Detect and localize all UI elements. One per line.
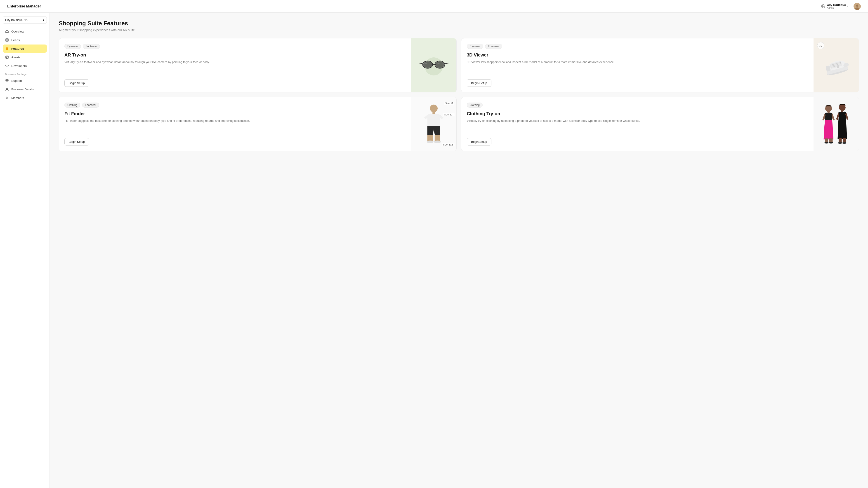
svg-rect-6 <box>6 39 7 40</box>
support-icon <box>5 78 9 83</box>
fit-finder-desc: Fit Finder suggests the best size for cl… <box>64 119 406 123</box>
svg-point-43 <box>430 105 438 112</box>
svg-rect-8 <box>6 40 7 41</box>
women-svg <box>818 101 854 147</box>
clothing-try-on-title: Clothing Try-on <box>467 111 808 116</box>
3d-viewer-title: 3D Viewer <box>467 53 808 58</box>
feature-card-fit-finder: Clothing Footwear Fit Finder Fit Finder … <box>59 97 457 151</box>
home-icon <box>5 29 9 33</box>
3d-viewer-image: 3D <box>813 38 859 92</box>
svg-rect-50 <box>828 111 830 113</box>
svg-point-55 <box>839 104 846 111</box>
svg-line-33 <box>445 63 448 64</box>
sunglasses-svg <box>418 55 450 75</box>
clothing-try-on-image <box>813 97 859 151</box>
ar-try-on-desc: Virtually try-on footwear and eyewear in… <box>64 60 406 64</box>
fit-finder-title: Fit Finder <box>64 111 406 116</box>
sidebar-item-features-label: Features <box>11 47 24 51</box>
sidebar-item-features[interactable]: Features <box>3 44 47 53</box>
sidebar-item-assets[interactable]: Assets <box>3 53 47 61</box>
page-title: Shopping Suite Features <box>59 20 859 27</box>
svg-point-23 <box>7 97 8 98</box>
svg-rect-9 <box>7 40 8 41</box>
feature-card-clothing-try-on: Clothing Clothing Try-on Virtually try-o… <box>461 97 859 151</box>
svg-rect-11 <box>6 56 8 59</box>
sidebar-item-feeds-label: Feeds <box>11 38 20 42</box>
chevron-down-icon: ▾ <box>847 5 848 8</box>
svg-rect-56 <box>841 110 843 112</box>
feeds-icon <box>5 38 9 42</box>
svg-point-54 <box>829 142 833 143</box>
3d-viewer-begin-setup-button[interactable]: Begin Setup <box>467 79 491 87</box>
sidebar-item-developers[interactable]: Developers <box>3 62 47 70</box>
main-content: Shopping Suite Features Augment your sho… <box>50 13 868 488</box>
org-selector[interactable]: City Boutique Admin ▾ <box>819 2 851 11</box>
size-label-bottom: Size: 10.5 <box>442 143 455 147</box>
clothing-try-on-tags: Clothing <box>467 103 808 107</box>
fit-finder-tag-footwear: Footwear <box>82 103 99 107</box>
sidebar: City Boutique NA ▾ Overview <box>0 13 50 488</box>
members-icon <box>5 96 9 100</box>
features-icon <box>5 46 9 51</box>
fit-finder-tag-clothing: Clothing <box>64 103 80 107</box>
svg-point-48 <box>434 140 441 143</box>
fit-finder-tags: Clothing Footwear <box>64 103 406 107</box>
fit-finder-image: Size: M Size: 32" Size: 10.5 <box>411 97 456 151</box>
sidebar-item-members[interactable]: Members <box>3 94 47 102</box>
svg-point-29 <box>435 61 444 68</box>
ar-try-on-content: Eyewear Footwear AR Try-on Virtually try… <box>59 38 411 92</box>
business-details-icon <box>5 87 9 91</box>
svg-line-14 <box>7 65 7 67</box>
clothing-try-on-begin-setup-button[interactable]: Begin Setup <box>467 138 491 145</box>
topnav: Enterprise Manager City Boutique Admin ▾ <box>0 0 868 13</box>
svg-point-60 <box>842 142 846 144</box>
org-info: City Boutique Admin <box>827 3 846 9</box>
org-role: Admin <box>827 6 846 9</box>
svg-point-4 <box>856 4 858 7</box>
store-selector[interactable]: City Boutique NA ▾ <box>3 16 47 24</box>
3d-viewer-tags: Eyewear Footwear <box>467 44 808 49</box>
sidebar-item-developers-label: Developers <box>11 64 27 68</box>
sidebar-item-business-details[interactable]: Business Details <box>3 85 47 93</box>
ar-try-on-begin-setup-button[interactable]: Begin Setup <box>64 79 89 87</box>
sidebar-item-overview[interactable]: Overview <box>3 27 47 35</box>
store-name: City Boutique NA <box>5 18 28 22</box>
svg-rect-52 <box>829 138 833 142</box>
svg-point-21 <box>6 88 8 90</box>
fit-finder-content: Clothing Footwear Fit Finder Fit Finder … <box>59 97 411 151</box>
globe-icon <box>821 4 826 8</box>
sidebar-item-members-label: Members <box>11 96 24 100</box>
clothing-try-on-tag-clothing: Clothing <box>467 103 483 107</box>
svg-rect-44 <box>432 112 435 114</box>
clothing-try-on-desc: Virtually try-on clothing by uploading a… <box>467 119 808 123</box>
developers-icon <box>5 64 9 68</box>
feature-card-ar-try-on: Eyewear Footwear AR Try-on Virtually try… <box>59 38 457 92</box>
ar-try-on-tag-footwear: Footwear <box>83 44 100 49</box>
svg-rect-7 <box>7 39 8 40</box>
app-title: Enterprise Manager <box>7 4 41 8</box>
sidebar-item-support-label: Support <box>11 79 22 83</box>
sidebar-item-overview-label: Overview <box>11 30 24 33</box>
sidebar-nav: Overview Feeds <box>3 27 47 102</box>
ar-try-on-image <box>411 38 456 92</box>
layout: City Boutique NA ▾ Overview <box>0 13 868 488</box>
org-name: City Boutique <box>827 3 846 6</box>
ar-try-on-tags: Eyewear Footwear <box>64 44 406 49</box>
size-label-top: Size: M <box>444 102 454 105</box>
page-subtitle: Augment your shopping experiences with o… <box>59 28 859 32</box>
avatar[interactable] <box>854 3 861 10</box>
sidebar-item-business-details-label: Business Details <box>11 88 34 91</box>
topnav-right: City Boutique Admin ▾ <box>819 2 861 11</box>
business-settings-label: Business Settings <box>3 70 47 76</box>
clothing-try-on-content: Clothing Clothing Try-on Virtually try-o… <box>461 97 813 151</box>
3d-viewer-tag-eyewear: Eyewear <box>467 44 483 49</box>
assets-icon <box>5 55 9 59</box>
sidebar-item-feeds[interactable]: Feeds <box>3 36 47 44</box>
svg-point-53 <box>825 142 829 143</box>
svg-point-47 <box>427 140 434 143</box>
fit-finder-begin-setup-button[interactable]: Begin Setup <box>64 138 89 145</box>
avatar-image <box>854 3 861 10</box>
svg-point-59 <box>838 142 842 144</box>
svg-line-32 <box>419 63 423 64</box>
sidebar-item-support[interactable]: Support <box>3 76 47 85</box>
